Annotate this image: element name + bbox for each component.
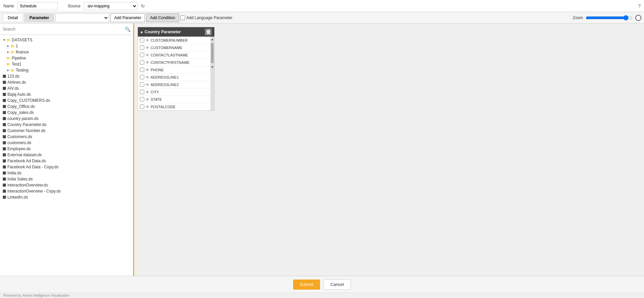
field-row[interactable]: 👁 POSTALCODE xyxy=(138,103,210,111)
list-item[interactable]: Facebook Ad Data - Copy.ds xyxy=(0,164,133,170)
field-eye-icon[interactable]: 👁 xyxy=(146,46,149,50)
field-eye-icon[interactable]: 👁 xyxy=(146,68,149,72)
list-item[interactable]: India.ds xyxy=(0,170,133,176)
list-item[interactable]: Copy_Office.ds xyxy=(0,103,133,110)
refresh-icon[interactable]: ↻ xyxy=(141,3,145,9)
field-eye-icon[interactable]: 👁 xyxy=(146,97,149,101)
param-card: ■ Country Parameter 🗑 👁 CUSTOMERNUMBER 👁 xyxy=(138,27,215,111)
list-item[interactable]: Country Parameter.ds xyxy=(0,122,133,128)
field-row[interactable]: 👁 STATE xyxy=(138,96,210,103)
folder-1-icon: 📁 xyxy=(10,44,15,48)
field-row[interactable]: 👁 ADDRESSLINE2 xyxy=(138,81,210,88)
tree-item-folder-testing[interactable]: ► 📁 Testing xyxy=(0,67,133,73)
ds-icon xyxy=(3,153,6,157)
field-row[interactable]: 👁 CUSTOMERNAME xyxy=(138,44,210,51)
field-eye-icon[interactable]: 👁 xyxy=(146,60,149,65)
field-checkbox-addressline1[interactable] xyxy=(140,75,144,79)
field-name: CUSTOMERNUMBER xyxy=(151,38,187,42)
ds-icon xyxy=(3,87,6,90)
field-checkbox-contactlastname[interactable] xyxy=(140,53,144,57)
ds-label: Customers.ds xyxy=(7,134,32,139)
cancel-button[interactable]: Cancel xyxy=(323,280,351,290)
field-checkbox-state[interactable] xyxy=(140,97,144,101)
field-eye-icon[interactable]: 👁 xyxy=(146,38,149,42)
list-item[interactable]: Bajaj Auto.ds xyxy=(0,91,133,97)
folder-pipeline-label: Pipeline xyxy=(12,56,26,60)
list-item[interactable]: Facebook Ad Data.ds xyxy=(0,158,133,164)
left-panel: 🔍 ▼ 📁 DATASETS ► 📁 1 ► 📁 finance xyxy=(0,24,134,276)
ds-icon xyxy=(3,183,6,187)
param-card-delete-button[interactable]: 🗑 xyxy=(205,29,212,35)
list-item[interactable]: Customer Number.ds xyxy=(0,128,133,134)
list-item[interactable]: country param.ds xyxy=(0,116,133,122)
zoom-container: Zoom xyxy=(573,15,641,21)
tab-detail[interactable]: Detail xyxy=(3,13,23,22)
search-input[interactable] xyxy=(3,27,125,32)
add-parameter-button[interactable]: Add Parameter xyxy=(110,13,145,22)
folder-testing-label: Testing xyxy=(16,68,29,73)
list-item[interactable]: Airlines.ds xyxy=(0,79,133,85)
scroll-down-arrow[interactable]: ▼ xyxy=(210,65,214,70)
lang-param-checkbox[interactable] xyxy=(180,15,185,20)
tree-item-folder-pipeline[interactable]: 📁 Pipeline xyxy=(0,55,133,61)
folder-1-chevron: ► xyxy=(7,44,10,48)
tree-container[interactable]: ▼ 📁 DATASETS ► 📁 1 ► 📁 finance 📁 Pipelin… xyxy=(0,35,133,276)
field-row[interactable]: 👁 CONTACTLASTNAME xyxy=(138,51,210,59)
tab-parameter[interactable]: Parameter xyxy=(24,13,54,22)
field-eye-icon[interactable]: 👁 xyxy=(146,75,149,79)
scrollbar-thumb[interactable] xyxy=(211,43,214,63)
field-row[interactable]: 👁 CUSTOMERNUMBER xyxy=(138,37,210,44)
zoom-slider[interactable] xyxy=(586,15,633,20)
folder-1-label: 1 xyxy=(16,44,18,48)
list-item[interactable]: customers.ds xyxy=(0,140,133,146)
field-eye-icon[interactable]: 👁 xyxy=(146,83,149,87)
tree-datasets-root[interactable]: ▼ 📁 DATASETS xyxy=(0,37,133,43)
submit-button[interactable]: Submit xyxy=(293,280,320,290)
field-row[interactable]: 👁 CITY xyxy=(138,88,210,96)
list-item[interactable]: Customers.ds xyxy=(0,134,133,140)
field-checkbox-city[interactable] xyxy=(140,90,144,94)
field-checkbox-postalcode[interactable] xyxy=(140,104,144,109)
scroll-up-arrow[interactable]: ▲ xyxy=(210,37,214,42)
list-item[interactable]: AIV.ds xyxy=(0,85,133,91)
field-checkbox-customernumber[interactable] xyxy=(140,38,144,42)
ds-icon xyxy=(3,99,6,102)
field-checkbox-phone[interactable] xyxy=(140,68,144,72)
folder-testing-icon: 📁 xyxy=(10,68,15,73)
name-input[interactable] xyxy=(17,2,58,10)
tab-dropdown[interactable] xyxy=(55,13,109,22)
list-item[interactable]: External dataset.ds xyxy=(0,152,133,158)
param-scrollbar[interactable]: ▲ ▼ xyxy=(210,37,214,111)
field-eye-icon[interactable]: 👁 xyxy=(146,105,149,109)
tree-item-folder-finance[interactable]: ► 📁 finance xyxy=(0,49,133,55)
field-row[interactable]: 👁 CONTACTFIRSTNAME xyxy=(138,59,210,66)
list-item[interactable]: 123.ds xyxy=(0,73,133,79)
list-item[interactable]: interactionOverview.ds xyxy=(0,182,133,188)
field-checkbox-addressline2[interactable] xyxy=(140,82,144,87)
field-row[interactable]: 👁 ADDRESSLINE1 xyxy=(138,74,210,81)
list-item[interactable]: interactionOverview - Copy.ds xyxy=(0,188,133,194)
list-item[interactable]: Copy_sales.ds xyxy=(0,110,133,116)
ds-icon xyxy=(3,75,6,78)
help-icon[interactable]: ? xyxy=(638,3,641,9)
search-icon[interactable]: 🔍 xyxy=(125,27,130,32)
ds-label: External dataset.ds xyxy=(7,153,42,157)
tree-item-folder-test1[interactable]: 📁 Test1 xyxy=(0,61,133,67)
source-select[interactable]: aiv-mapping xyxy=(84,2,138,10)
add-condition-button[interactable]: Add Condition xyxy=(146,13,179,22)
param-card-body-wrapper: 👁 CUSTOMERNUMBER 👁 CUSTOMERNAME 👁 CONTAC… xyxy=(138,37,214,111)
list-item[interactable]: Copy_CUSTOMERS.ds xyxy=(0,97,133,103)
list-item[interactable]: LinkedIn.ds xyxy=(0,194,133,200)
field-checkbox-customername[interactable] xyxy=(140,45,144,50)
datasets-folder-icon: 📁 xyxy=(6,38,11,42)
list-item[interactable]: India Sales.ds xyxy=(0,176,133,182)
field-eye-icon[interactable]: 👁 xyxy=(146,90,149,94)
field-checkbox-contactfirstname[interactable] xyxy=(140,60,144,65)
field-eye-icon[interactable]: 👁 xyxy=(146,53,149,57)
tree-item-folder-1[interactable]: ► 📁 1 xyxy=(0,43,133,49)
field-row[interactable]: 👁 PHONE xyxy=(138,66,210,74)
ds-label: Country Parameter.ds xyxy=(7,122,47,127)
ds-label: Bajaj Auto.ds xyxy=(7,92,31,97)
list-item[interactable]: Employee.ds xyxy=(0,146,133,152)
param-card-header: ■ Country Parameter 🗑 xyxy=(138,27,214,37)
